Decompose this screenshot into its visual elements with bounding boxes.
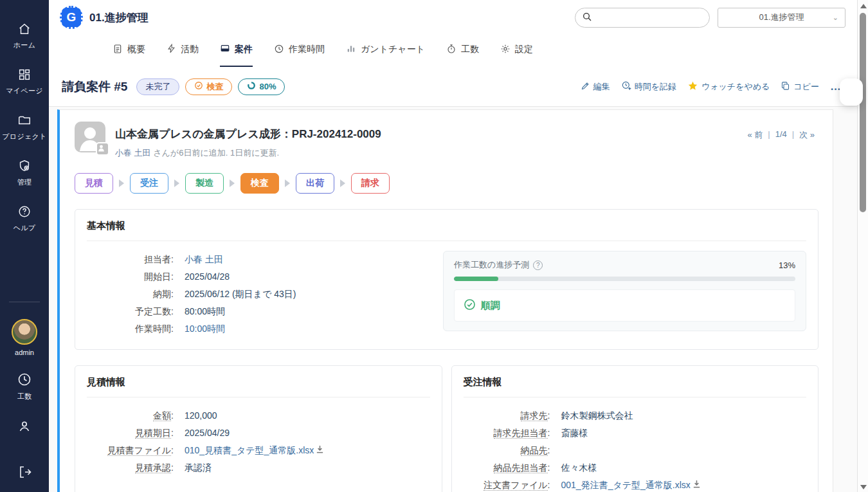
sidebar-item-projects[interactable]: プロジェクト xyxy=(2,113,46,141)
sidebar-item-mypage[interactable]: マイページ xyxy=(6,68,43,96)
user-avatar[interactable] xyxy=(12,319,37,345)
done-ratio-badge[interactable]: 80% xyxy=(238,78,285,95)
project-select[interactable]: 01.進捗管理 ⌄ xyxy=(718,8,845,28)
workflow-step-mitsumori[interactable]: 見積 xyxy=(75,173,113,194)
tab-label: 案件 xyxy=(235,44,253,55)
sidebar-item-help[interactable]: ヘルプ xyxy=(14,205,36,233)
sub-avatar-person-icon xyxy=(96,142,109,156)
field-row: 金額120,000 xyxy=(87,407,430,424)
scroll-down-arrow-icon[interactable] xyxy=(860,485,867,489)
order-file-link[interactable]: 001_発注書_タテ型_通常版.xlsx xyxy=(561,477,701,492)
tab-issues[interactable]: 案件 xyxy=(220,35,253,67)
field-row: 注文書ファイル 001_発注書_タテ型_通常版.xlsx xyxy=(464,477,807,492)
unwatch-button[interactable]: ウォッチをやめる xyxy=(687,80,770,93)
assignee-link[interactable]: 小春 土田 xyxy=(185,251,223,268)
user-name: admin xyxy=(15,349,34,356)
tab-activity[interactable]: 活動 xyxy=(167,35,199,67)
workflow-step-seikyu[interactable]: 請求 xyxy=(351,173,390,194)
scroll-up-arrow-icon[interactable] xyxy=(860,4,867,8)
sidebar-item-admin[interactable]: 管理 xyxy=(17,159,32,187)
download-icon[interactable] xyxy=(692,477,701,492)
search-icon xyxy=(582,12,592,24)
log-time-button[interactable]: 時間を記録 xyxy=(621,80,676,93)
scrollbar-thumb[interactable] xyxy=(860,13,866,212)
progress-forecast-panel: 作業工数の進捗予測 13% 順調 xyxy=(443,251,806,331)
issue-pagination: « 前 | 1/4 | 次 » xyxy=(747,129,815,141)
workflow-step-shukka[interactable]: 出荷 xyxy=(296,173,334,194)
tab-label: 活動 xyxy=(181,44,199,55)
progress-percent: 13% xyxy=(779,260,795,270)
app-window: ホーム マイページ プロジェクト 管理 ヘルプ admin 工数 xyxy=(0,0,868,492)
floating-widget[interactable] xyxy=(840,78,863,105)
project-select-value: 01.進捗管理 xyxy=(759,12,804,23)
tab-spent-time[interactable]: 作業時間 xyxy=(274,35,325,67)
copy-icon xyxy=(781,81,790,93)
sidebar-item-account[interactable] xyxy=(17,419,32,436)
tab-bar: 概要 活動 案件 作業時間 ガントチャート 工数 xyxy=(49,35,857,67)
sidebar-item-label: 工数 xyxy=(17,392,32,401)
tab-settings[interactable]: 設定 xyxy=(500,35,533,67)
status-badge[interactable]: 未完了 xyxy=(136,78,179,95)
shield-icon xyxy=(17,159,32,173)
sidebar-item-label: ヘルプ xyxy=(14,223,36,233)
issue-header-text: 山本金属プレスの金属プレス成形：PRJ-202412-0009 小春 土田 さん… xyxy=(115,122,381,159)
issue-byline: 小春 土田 さんが6日前に追加. 1日前に更新. xyxy=(115,147,381,159)
counter-link[interactable]: 1/4 xyxy=(775,129,787,141)
workflow-step-juchu[interactable]: 受注 xyxy=(130,173,168,194)
sidebar-divider xyxy=(9,302,40,302)
author-link[interactable]: 小春 土田 xyxy=(115,148,151,158)
tracker-badge[interactable]: 検査 xyxy=(185,78,232,95)
issue-card: « 前 | 1/4 | 次 » 山本金属プレスの金属プレス成形：PRJ-2024… xyxy=(57,109,833,492)
spent-time-link[interactable]: 10:00時間 xyxy=(185,320,225,338)
vertical-scrollbar[interactable] xyxy=(857,0,868,492)
pencil-icon xyxy=(581,81,590,93)
field-row: 納品先担当者佐々木様 xyxy=(464,459,807,477)
app-logo-gear-icon[interactable]: G xyxy=(62,8,81,27)
help-icon[interactable] xyxy=(533,260,543,270)
sidebar-item-label: マイページ xyxy=(6,86,43,96)
check-circle-icon xyxy=(194,81,203,92)
divider xyxy=(87,397,430,397)
gear-icon xyxy=(500,44,511,56)
sidebar-item-label: ホーム xyxy=(14,41,35,50)
section-title: 見積情報 xyxy=(87,376,430,388)
progress-bar xyxy=(454,277,795,281)
search-input[interactable] xyxy=(596,13,699,23)
workflow-step-kensa-active[interactable]: 検査 xyxy=(240,173,279,194)
folder-icon xyxy=(17,113,32,127)
field-row: 見積期日2025/04/29 xyxy=(87,424,430,442)
check-circle-icon xyxy=(464,298,476,313)
monitor-icon xyxy=(220,44,230,56)
progress-ring-icon xyxy=(247,81,256,92)
topbar: G 01.進捗管理 01.進捗管理 ⌄ xyxy=(49,0,857,35)
progress-status-word: 順調 xyxy=(481,300,500,312)
workflow-step-seizo[interactable]: 製造 xyxy=(185,173,224,194)
sidebar-item-home[interactable]: ホーム xyxy=(14,22,35,50)
arrow-right-icon xyxy=(174,179,179,187)
edit-button[interactable]: 編集 xyxy=(581,81,610,93)
sidebar-item-kosu[interactable]: 工数 xyxy=(17,372,32,401)
document-icon xyxy=(113,44,123,56)
star-icon xyxy=(687,80,698,93)
search-box[interactable] xyxy=(575,8,710,28)
section-title: 基本情報 xyxy=(87,220,806,232)
person-icon xyxy=(17,426,32,436)
field-row: 担当者小春 土田 xyxy=(87,251,430,268)
field-row: 請求先鈴木製鋼株式会社 xyxy=(464,407,807,424)
sidebar-item-logout[interactable] xyxy=(17,464,32,482)
next-link[interactable]: 次 » xyxy=(799,129,815,141)
tab-gantt[interactable]: ガントチャート xyxy=(346,35,425,67)
tab-overview[interactable]: 概要 xyxy=(113,35,145,67)
main-content: « 前 | 1/4 | 次 » 山本金属プレスの金属プレス成形：PRJ-2024… xyxy=(49,107,857,492)
divider xyxy=(87,241,806,241)
estimate-file-link[interactable]: 010_見積書_タテ型_通常版.xlsx xyxy=(185,442,324,459)
bolt-icon xyxy=(167,44,176,55)
prev-link[interactable]: « 前 xyxy=(747,129,763,141)
field-row: 開始日2025/04/28 xyxy=(87,268,430,286)
tab-label: 設定 xyxy=(515,44,533,55)
download-icon[interactable] xyxy=(316,442,324,459)
tab-label: ガントチャート xyxy=(361,44,425,55)
tab-kosu[interactable]: 工数 xyxy=(446,35,479,67)
copy-button[interactable]: コピー xyxy=(781,81,819,93)
top-chrome: G 01.進捗管理 01.進捗管理 ⌄ 概要 活動 案件 xyxy=(49,0,857,107)
